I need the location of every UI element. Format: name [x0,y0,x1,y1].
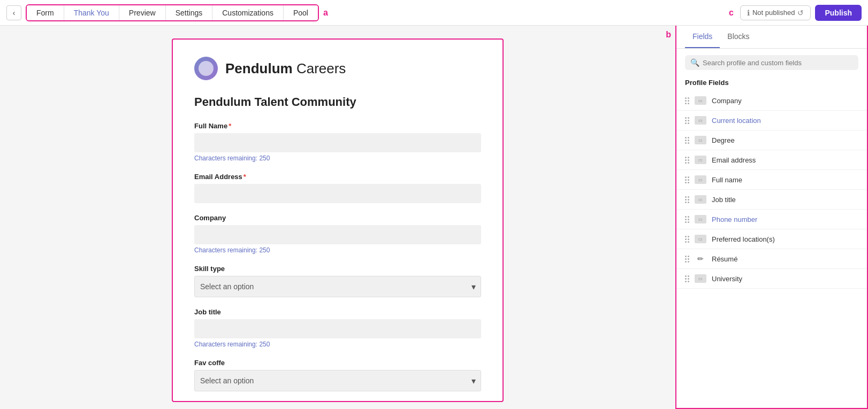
field-type-icon: ▭ [695,175,706,184]
tab-customizations[interactable]: Customizations [212,5,284,20]
field-type-icon: ▭ [695,215,706,223]
drag-handle-icon [685,236,689,243]
list-item[interactable]: ▭ Current location [676,111,867,130]
list-item[interactable]: ▭ Preferred location(s) [676,229,867,249]
label-full-name: Full Name* [194,122,481,130]
drag-handle-icon [685,216,689,223]
fields-list: ▭ Company ▭ Current location [676,91,867,408]
tab-fields[interactable]: Fields [685,26,720,48]
field-item-name: Email address [712,156,756,164]
drag-handle-icon [685,176,689,183]
list-item[interactable]: ▭ Job title [676,190,867,210]
select-wrapper-fav: Select an option ▾ [194,370,481,391]
field-job-title: Job title Characters remaining: 250 [194,308,481,348]
label-email: Email Address* [194,173,481,181]
list-item[interactable]: ✏ Résumé [676,249,867,269]
field-type-icon: ▭ [695,136,706,144]
not-published-badge[interactable]: ℹ Not published ↺ [740,5,811,20]
company-name-bold: Pendulum [225,60,293,76]
drag-handle-icon [685,275,689,282]
search-input[interactable] [703,59,853,67]
drag-handle-icon [685,157,689,164]
field-company: Company Characters remaining: 250 [194,214,481,254]
company-name-rest: Careers [293,60,346,76]
list-item[interactable]: ▭ Phone number [676,210,867,229]
field-type-icon: ▭ [695,116,706,125]
field-skill-type: Skill type Select an option ▾ [194,265,481,297]
select-wrapper-skill: Select an option ▾ [194,276,481,297]
search-icon: 🔍 [690,58,699,67]
list-item[interactable]: ▭ University [676,269,867,289]
top-navigation: ‹ Form Thank You Preview Settings Custom… [0,0,868,26]
publish-button[interactable]: Publish [815,5,862,21]
input-email[interactable] [194,184,481,203]
field-item-name: Current location [712,117,761,125]
field-item-name: Résumé [712,255,737,263]
tab-thank-you[interactable]: Thank You [64,5,119,20]
panel-tabs: Fields Blocks [676,26,867,49]
label-job-title: Job title [194,308,481,316]
back-button[interactable]: ‹ [6,5,21,20]
field-type-icon: ▭ [695,96,706,105]
form-card: Pendulum Careers Pendulum Talent Communi… [172,38,504,402]
main-area: b Pendulum Careers Pendulum Talent Commu… [0,26,868,409]
required-star-email: * [243,173,246,181]
right-panel: d Fields Blocks 🔍 Profile Fields [675,26,868,409]
field-type-icon: ▭ [695,156,706,164]
field-item-name: Job title [712,196,736,204]
select-skill-type[interactable]: Select an option [194,276,481,297]
refresh-icon[interactable]: ↺ [797,9,804,17]
input-company[interactable] [194,225,481,244]
tab-blocks[interactable]: Blocks [720,26,757,48]
field-item-name: Full name [712,176,742,184]
drag-handle-icon [685,97,689,104]
list-item[interactable]: ▭ Company [676,91,867,111]
drag-handle-icon [685,137,689,144]
label-a: a [323,8,328,18]
chars-remaining-fullname: Characters remaining: 250 [194,155,481,162]
nav-right-actions: c ℹ Not published ↺ Publish [729,5,862,21]
info-icon: ℹ [747,9,750,17]
field-item-name: Degree [712,136,735,144]
label-skill-type: Skill type [194,265,481,273]
label-company: Company [194,214,481,222]
field-fav-coffe: Fav coffe Select an option ▾ [194,359,481,391]
field-type-icon: ▭ [695,274,706,283]
input-full-name[interactable] [194,133,481,152]
field-email: Email Address* [194,173,481,203]
list-item[interactable]: ▭ Email address [676,150,867,170]
drag-handle-icon [685,117,689,124]
field-item-name: Preferred location(s) [712,235,775,243]
chars-remaining-jobtitle: Characters remaining: 250 [194,341,481,348]
tab-settings[interactable]: Settings [166,5,213,20]
not-published-label: Not published [752,9,795,17]
nav-tabs-group: Form Thank You Preview Settings Customiz… [26,4,319,21]
field-type-icon: ▭ [695,235,706,243]
form-header: Pendulum Careers [194,57,481,80]
field-item-name: University [712,275,742,283]
form-canvas-wrapper: b Pendulum Careers Pendulum Talent Commu… [0,26,675,409]
form-logo-inner [199,61,214,76]
panel-search: 🔍 [676,49,867,76]
profile-fields-label: Profile Fields [676,76,867,91]
list-item[interactable]: ▭ Degree [676,130,867,150]
form-title: Pendulum Talent Community [194,95,481,109]
form-logo [194,57,218,80]
form-company-name: Pendulum Careers [225,60,346,77]
field-item-name: Phone number [712,215,757,223]
tab-preview[interactable]: Preview [119,5,166,20]
search-box: 🔍 [685,55,858,70]
tab-pool[interactable]: Pool [284,5,318,20]
field-full-name: Full Name* Characters remaining: 250 [194,122,481,162]
label-b: b [666,30,671,40]
list-item[interactable]: ▭ Full name [676,170,867,190]
field-item-name: Company [712,97,742,105]
select-fav-coffe[interactable]: Select an option [194,370,481,391]
label-c: c [729,8,734,18]
field-type-icon: ▭ [695,195,706,204]
pencil-icon: ✏ [695,254,706,263]
tab-form[interactable]: Form [27,5,64,20]
chars-remaining-company: Characters remaining: 250 [194,246,481,254]
drag-handle-icon [685,256,689,263]
input-job-title[interactable] [194,319,481,338]
